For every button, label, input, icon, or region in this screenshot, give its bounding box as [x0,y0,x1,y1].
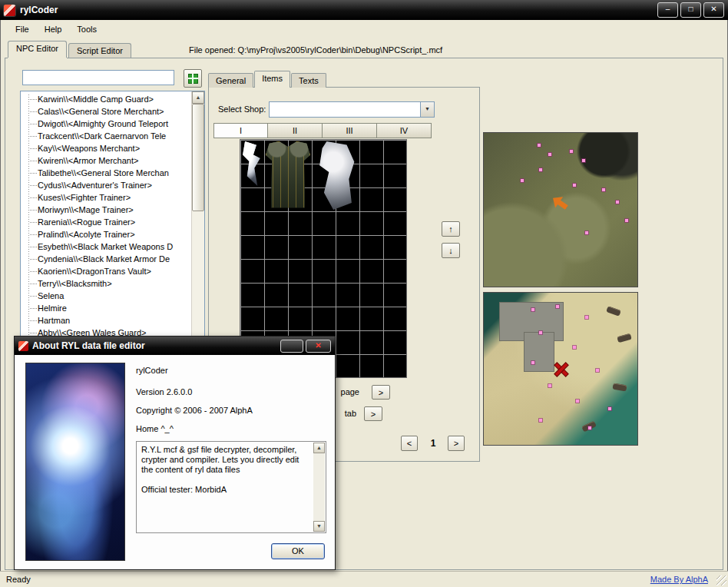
boat-icon [617,333,631,343]
npc-search-input[interactable] [22,70,174,85]
minimap-harbor[interactable] [483,292,638,446]
npc-tree-item[interactable]: Kwiren\\<Armor Merchant> [22,154,191,167]
about-version: Version 2.6.0.0 [136,387,192,396]
npc-tree-item[interactable]: Cyndenia\\<Black Market Armor De [22,253,191,265]
about-app-name: rylCoder [136,366,168,375]
npc-marker-dot [616,201,619,204]
next-tab-button[interactable]: > [364,406,382,421]
wing-item[interactable] [242,141,263,186]
page-number: 1 [424,438,442,449]
editor-tab-strip: NPC Editor Script Editor [8,41,133,58]
dialog-close-button[interactable]: ✕ [306,340,331,353]
scroll-up-icon[interactable]: ▲ [192,91,204,104]
npc-marker-dot [576,400,579,403]
npc-tree-item[interactable]: Pralind\\<Acolyte Trainer> [22,228,191,240]
npc-tree-item[interactable]: Hartman [22,314,191,327]
dialog-minimize-button[interactable] [280,340,303,353]
description-scrollbar[interactable]: ▲ ▼ [313,443,325,532]
detail-tab-strip: General Items Texts [208,71,327,88]
resize-grip[interactable] [716,575,726,585]
npc-marker-dot [531,308,534,311]
about-artwork [25,363,125,561]
menu-bar: File Help Tools [0,20,728,38]
shop-page-tabs: I II III IV [213,123,432,138]
scroll-down-icon[interactable]: ▼ [313,521,325,532]
menu-tools[interactable]: Tools [69,22,104,36]
player-arrow-icon [548,191,572,215]
menu-help[interactable]: Help [37,22,70,36]
npc-tree-item[interactable]: Moriwyn\\<Mage Trainer> [22,204,191,216]
maximize-button[interactable]: □ [680,2,701,18]
gauntlet-item[interactable] [313,141,358,210]
npc-marker-dot [573,346,576,349]
npc-marker-dot [538,144,541,147]
window-title: rylCoder [20,5,58,15]
about-home-link[interactable]: Home ^_^ [136,424,174,433]
window-controls: – □ ✕ [657,2,724,18]
about-copyright: Copyright © 2006 - 2007 AlphA [136,406,253,415]
dock-structure [524,332,554,371]
tab-texts[interactable]: Texts [291,73,326,88]
npc-tree-item[interactable]: Calas\\<General Store Merchant> [22,105,191,118]
npc-marker-dot [582,159,585,162]
shop-select-value [270,102,420,117]
npc-tree-item[interactable]: Terry\\<Blacksmith> [22,277,191,290]
app-window: rylCoder – □ ✕ File Help Tools NPC Edito… [0,0,728,587]
menu-file[interactable]: File [8,22,37,36]
npc-tree-item[interactable]: Selena [22,290,191,302]
about-description-line1: R.Y.L mcf & gsf file decrypter, decompil… [141,445,309,475]
shop-tab-1[interactable]: I [213,123,268,138]
file-opened-label: File opened: Q:\myProj\vs2005\rylCoder\b… [189,45,442,55]
chevron-down-icon[interactable]: ▼ [420,102,434,117]
tab-npc-editor[interactable]: NPC Editor [8,41,67,58]
npc-marker-dot [548,153,551,156]
move-up-button[interactable]: ↑ [442,221,460,237]
tab-items[interactable]: Items [254,71,290,88]
shop-select[interactable]: ▼ [269,101,435,118]
minimize-button[interactable]: – [657,2,678,18]
armor-item[interactable] [266,141,310,210]
title-bar[interactable]: rylCoder – □ ✕ [0,0,728,20]
shop-tab-4[interactable]: IV [377,123,432,138]
boat-icon [606,306,621,317]
ok-button[interactable]: OK [271,543,325,559]
pager-next-button[interactable]: > [448,436,465,451]
npc-marker-dot [539,168,542,171]
tab-script-editor[interactable]: Script Editor [68,43,131,58]
tab-general[interactable]: General [208,73,253,88]
shop-tab-2[interactable]: II [268,123,323,138]
close-button[interactable]: ✕ [703,2,724,18]
minimap-north[interactable] [483,132,638,287]
npc-tree-item[interactable]: Kay\\<Weapons Merchant> [22,142,191,154]
search-button[interactable] [184,69,202,88]
scroll-up-icon[interactable]: ▲ [313,443,325,453]
npc-tree-item[interactable]: Helmire [22,302,191,314]
app-logo-icon [4,5,15,16]
move-down-button[interactable]: ↓ [442,243,460,258]
npc-tree-item[interactable]: Talibethe\\<General Store Merchan [22,167,191,179]
scroll-thumb[interactable] [192,104,204,211]
npc-tree-item[interactable]: Karwin\\<Middle Camp Guard> [22,93,191,105]
green-grid-icon [188,74,198,84]
npc-tree-item[interactable]: Trackcent\\<Dark Caernarvon Tele [22,130,191,142]
death-marker-icon [554,363,568,376]
made-by-link[interactable]: Made By AlphA [650,575,708,584]
about-dialog: About RYL data file editor ✕ rylCoder Ve… [14,336,336,570]
npc-tree-item[interactable]: Cydus\\<Adventurer's Trainer> [22,179,191,191]
npc-tree-item[interactable]: Rarenia\\<Rogue Trainer> [22,216,191,228]
prev-page-button[interactable]: < [401,436,418,451]
npc-tree-item[interactable]: Kuses\\<Fighter Trainer> [22,191,191,204]
npc-tree-item[interactable]: Kaorien\\<DragonTrans Vault> [22,265,191,277]
about-description-box[interactable]: R.Y.L mcf & gsf file decrypter, decompil… [136,441,326,533]
status-bar: Ready Made By AlphA [0,571,728,587]
npc-tree-item[interactable]: Esybeth\\<Black Market Weapons D [22,240,191,253]
dialog-title-bar[interactable]: About RYL data file editor ✕ [15,337,335,355]
npc-marker-dot [539,419,542,422]
boat-icon [612,383,627,391]
next-page-button[interactable]: > [372,385,390,400]
npc-marker-dot [602,188,605,191]
select-shop-label: Select Shop: [218,104,266,114]
npc-marker-dot [570,150,573,153]
npc-tree-item[interactable]: Dwigot\\<Almighty Ground Teleport [22,118,191,130]
shop-tab-3[interactable]: III [323,123,377,138]
